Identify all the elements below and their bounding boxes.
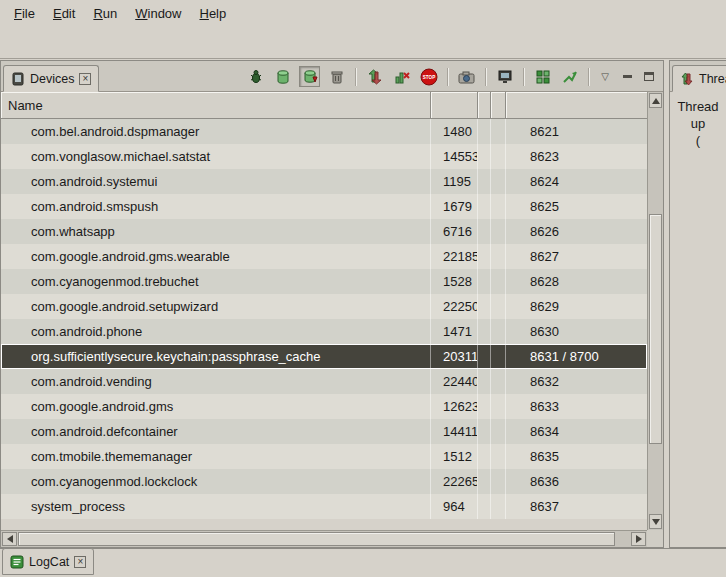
process-name: com.google.android.gms.wearable: [1, 244, 431, 269]
table-row[interactable]: com.vonglasow.michael.satstat145538623: [1, 144, 647, 169]
scroll-down-button[interactable]: [649, 514, 662, 529]
devices-tabbar: Devices ×: [1, 61, 663, 92]
capture-ui-xml-icon[interactable]: [532, 66, 553, 87]
table-row[interactable]: com.android.smspush16798625: [1, 194, 647, 219]
column-header-blank1[interactable]: [478, 92, 491, 118]
table-row[interactable]: system_process9648637: [1, 494, 647, 519]
process-table-body: com.bel.android.dspmanager14808621com.vo…: [1, 119, 647, 530]
scroll-up-button[interactable]: [649, 93, 662, 108]
process-pid: 1471: [431, 319, 478, 344]
view-menu-icon[interactable]: ▽: [597, 69, 613, 85]
update-threads-icon[interactable]: [364, 66, 385, 87]
table-row[interactable]: com.whatsapp67168626: [1, 219, 647, 244]
process-name: system_process: [1, 494, 431, 519]
table-row[interactable]: com.tmobile.thememanager15128635: [1, 444, 647, 469]
process-pid: 22250: [431, 294, 478, 319]
column-header-blank2[interactable]: [491, 92, 506, 118]
process-blank1: [478, 394, 491, 419]
table-row[interactable]: com.bel.android.dspmanager14808621: [1, 119, 647, 144]
threads-view: Threads Thread up (: [669, 60, 726, 548]
opengl-trace-icon[interactable]: [559, 66, 580, 87]
process-blank1: [478, 269, 491, 294]
screen-capture-icon[interactable]: [456, 66, 477, 87]
tab-devices-label: Devices: [30, 72, 74, 86]
toolbar-separator: [523, 68, 524, 86]
process-pid: 1480: [431, 119, 478, 144]
cause-gc-icon[interactable]: [326, 66, 347, 87]
table-row[interactable]: com.android.defcontainer144118634: [1, 419, 647, 444]
menu-window[interactable]: Window: [126, 2, 190, 25]
close-icon[interactable]: ×: [74, 556, 86, 568]
table-row[interactable]: com.google.android.setupwizard222508629: [1, 294, 647, 319]
debug-process-icon[interactable]: [245, 66, 266, 87]
main-area: Devices ×: [0, 60, 726, 548]
table-header: Name: [1, 92, 647, 119]
table-row[interactable]: com.google.android.gms126238633: [1, 394, 647, 419]
process-port: 8632: [506, 369, 647, 394]
process-port: 8636: [506, 469, 647, 494]
process-port: 8623: [506, 144, 647, 169]
stop-process-icon[interactable]: STOP: [418, 66, 439, 87]
process-pid: 1679: [431, 194, 478, 219]
process-blank1: [478, 369, 491, 394]
tab-devices[interactable]: Devices ×: [3, 65, 99, 92]
vertical-scrollbar[interactable]: [647, 92, 663, 530]
process-name: com.android.vending: [1, 369, 431, 394]
process-pid: 20311: [431, 344, 478, 369]
process-pid: 1528: [431, 269, 478, 294]
table-row[interactable]: com.google.android.gms.wearable221858627: [1, 244, 647, 269]
horizontal-scroll-thumb[interactable]: [18, 532, 615, 546]
process-port: 8621: [506, 119, 647, 144]
table-row[interactable]: org.sufficientlysecure.keychain:passphra…: [1, 344, 647, 369]
process-blank2: [491, 169, 506, 194]
vertical-scroll-thumb[interactable]: [649, 214, 662, 444]
toolbar-separator: [447, 68, 448, 86]
tab-threads[interactable]: Threads: [672, 65, 726, 92]
menu-edit[interactable]: Edit: [44, 2, 84, 25]
scroll-left-button[interactable]: [2, 532, 17, 546]
process-name: com.bel.android.dspmanager: [1, 119, 431, 144]
devices-toolbar: STOP: [245, 66, 657, 87]
process-name: com.google.android.gms: [1, 394, 431, 419]
table-row[interactable]: com.android.vending224408632: [1, 369, 647, 394]
process-blank2: [491, 369, 506, 394]
minimize-icon[interactable]: [619, 69, 635, 85]
dump-view-hierarchy-icon[interactable]: [494, 66, 515, 87]
table-row[interactable]: com.cyanogenmod.trebuchet15288628: [1, 269, 647, 294]
table-row[interactable]: com.cyanogenmod.lockclock222658636: [1, 469, 647, 494]
column-header-name[interactable]: Name: [1, 92, 431, 118]
menu-run[interactable]: Run: [84, 2, 126, 25]
horizontal-scrollbar[interactable]: [1, 530, 647, 547]
table-row[interactable]: com.android.systemui11958624: [1, 169, 647, 194]
process-name: com.vonglasow.michael.satstat: [1, 144, 431, 169]
devices-view: Devices ×: [0, 60, 664, 548]
threads-icon: [680, 72, 694, 86]
process-port: 8637: [506, 494, 647, 519]
maximize-icon[interactable]: [641, 69, 657, 85]
update-heap-icon[interactable]: [272, 66, 293, 87]
tab-logcat[interactable]: LogCat ×: [2, 548, 94, 575]
process-port: 8628: [506, 269, 647, 294]
tab-threads-label: Threads: [699, 72, 726, 86]
close-icon[interactable]: ×: [79, 73, 91, 85]
process-pid: 22440: [431, 369, 478, 394]
process-blank1: [478, 469, 491, 494]
process-port: 8624: [506, 169, 647, 194]
process-pid: 1512: [431, 444, 478, 469]
column-header-pid[interactable]: [431, 92, 478, 118]
stop-method-profiling-icon[interactable]: [391, 66, 412, 87]
toolbar-separator: [355, 68, 356, 86]
scroll-right-button[interactable]: [631, 532, 646, 546]
process-blank2: [491, 244, 506, 269]
process-port: 8635: [506, 444, 647, 469]
table-row[interactable]: com.android.phone14718630: [1, 319, 647, 344]
menu-file[interactable]: File: [5, 2, 44, 25]
menu-help[interactable]: Help: [190, 2, 235, 25]
column-header-port[interactable]: [506, 92, 647, 118]
process-name: com.android.smspush: [1, 194, 431, 219]
threads-message: Thread up (: [670, 92, 726, 149]
dump-hprof-icon[interactable]: [299, 66, 320, 87]
devices-icon: [11, 72, 25, 86]
process-name: org.sufficientlysecure.keychain:passphra…: [1, 344, 431, 369]
process-blank1: [478, 419, 491, 444]
